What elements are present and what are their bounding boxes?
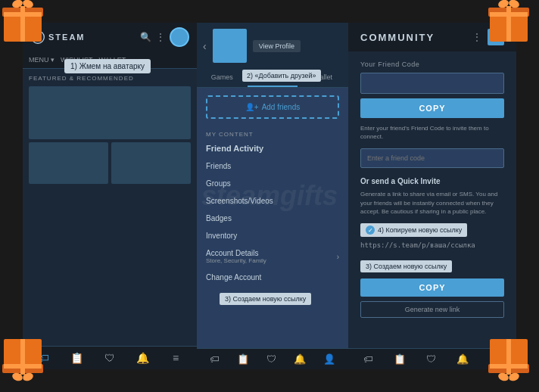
bottom-nav-notifications[interactable]: 🔔 [136, 351, 150, 365]
bottom-nav-menu[interactable]: ≡ [169, 351, 182, 365]
community-more-icon[interactable]: ⋮ [472, 32, 481, 42]
steam-content: FEATURED & RECOMMENDED [23, 69, 197, 346]
friend-code-input[interactable] [360, 73, 504, 94]
gift-bottom-right [486, 339, 539, 392]
tooltip-copy-text: 4) Копируем новую ссылку [378, 226, 462, 234]
menu-change-account[interactable]: Change Account [197, 269, 348, 286]
steam-header-icons: 🔍 ⋮ [140, 27, 189, 47]
steam-panel: STEAM 🔍 ⋮ 1) Жмем на аватарку MENU ▾ WIS… [23, 23, 197, 369]
profile-avatar [213, 29, 247, 63]
featured-grid [29, 86, 191, 184]
gift-top-right [486, 0, 539, 53]
nav-menu[interactable]: MENU ▾ [29, 54, 55, 65]
popup-header: ‹ View Profile [197, 23, 348, 69]
popup-nav-4[interactable]: 🔔 [294, 353, 306, 365]
bottom-nav-library[interactable]: 📋 [70, 351, 83, 365]
community-nav-3[interactable]: 🛡 [426, 353, 436, 365]
quick-invite-text: Generate a link to share via email or SM… [360, 190, 504, 216]
tab-games[interactable]: Games [197, 69, 248, 87]
community-nav-2[interactable]: 📋 [394, 353, 406, 365]
help-text: Enter your friend's Friend Code to invit… [360, 124, 504, 141]
menu-badges[interactable]: Badges [197, 210, 348, 227]
quick-invite-label: Or send a Quick Invite [360, 177, 504, 185]
copy-link-button[interactable]: COPY [360, 278, 504, 297]
featured-label: FEATURED & RECOMMENDED [29, 75, 191, 82]
menu-friends[interactable]: Friends [197, 157, 348, 175]
friend-code-label: Your Friend Code [360, 61, 504, 68]
popup-nav-5[interactable]: 👤 [323, 353, 335, 365]
menu-friend-activity[interactable]: Friend Activity [197, 139, 348, 157]
menu-groups[interactable]: Groups [197, 175, 348, 192]
community-title: COMMUNITY [360, 32, 435, 43]
add-friends-button[interactable]: 👤+ Add friends [206, 95, 339, 119]
tooltip-click-avatar: 1) Жмем на аватарку [64, 59, 151, 73]
more-icon[interactable]: ⋮ [156, 32, 165, 42]
my-content-label: MY CONTENT [197, 126, 348, 139]
enter-friend-code-input[interactable] [360, 148, 504, 168]
chevron-right-icon: › [337, 253, 339, 261]
tooltip-add-friends: 2) «Добавить друзей» [242, 70, 321, 82]
tooltip-copy-link: ✓ 4) Копируем новую ссылку [360, 223, 467, 237]
popup-nav-2[interactable]: 📋 [237, 353, 249, 365]
search-icon[interactable]: 🔍 [140, 32, 151, 42]
account-details-sub: Store, Security, Family [206, 257, 266, 264]
community-content: Your Friend Code COPY Enter your friend'… [348, 51, 516, 348]
community-nav-4[interactable]: 🔔 [456, 353, 469, 365]
menu-inventory[interactable]: Inventory [197, 227, 348, 244]
gift-bottom-left [0, 339, 53, 392]
gift-top-left [0, 0, 53, 53]
add-friends-label: Add friends [262, 103, 301, 111]
tooltip-generate-new: 3) Создаем новую ссылку [360, 260, 452, 272]
generate-link-button[interactable]: Generate new link [360, 301, 504, 318]
popup-nav-1[interactable]: 🏷 [210, 353, 220, 365]
featured-item-large[interactable] [29, 86, 191, 139]
profile-popup: ‹ View Profile 2) «Добавить друзей» Game… [197, 23, 348, 369]
check-icon: ✓ [366, 226, 375, 235]
featured-item-2[interactable] [111, 142, 191, 184]
account-details-label: Account Details [206, 249, 266, 257]
invite-link: https://s.team/p/ваша/ссылка [360, 241, 475, 249]
back-button[interactable]: ‹ [203, 40, 207, 52]
popup-bottom-nav: 🏷 📋 🛡 🔔 👤 [197, 348, 348, 369]
copy-friend-code-button[interactable]: COPY [360, 98, 504, 118]
menu-screenshots[interactable]: Screenshots/Videos [197, 192, 348, 210]
popup-nav-3[interactable]: 🛡 [266, 353, 276, 365]
featured-item-1[interactable] [29, 142, 108, 184]
avatar[interactable] [170, 27, 189, 47]
community-nav-1[interactable]: 🏷 [363, 353, 373, 365]
main-container: STEAM 🔍 ⋮ 1) Жмем на аватарку MENU ▾ WIS… [23, 23, 516, 369]
bottom-nav-achievements[interactable]: 🛡 [103, 351, 117, 365]
view-profile-button[interactable]: View Profile [253, 40, 301, 52]
add-friends-icon: 👤+ [245, 103, 259, 111]
steam-logo-text: STEAM [48, 33, 86, 42]
community-panel: COMMUNITY ⋮ Your Friend Code COPY Enter … [348, 23, 516, 369]
menu-account-details[interactable]: Account Details Store, Security, Family … [197, 244, 348, 269]
tooltip-generate-link: 3) Создаем новую ссылку [220, 293, 311, 305]
